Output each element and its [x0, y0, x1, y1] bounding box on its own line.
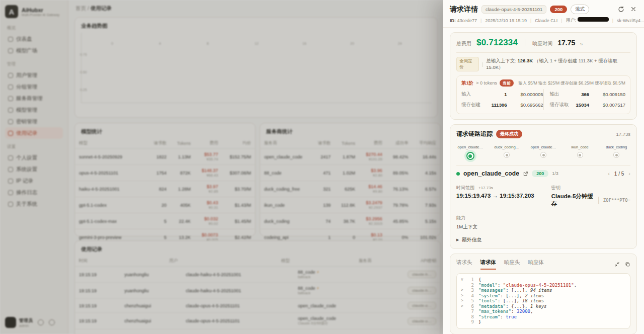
code-line: >4"system": [...], 2 items — [461, 293, 626, 299]
trace-step-label: open_claude… — [458, 145, 483, 149]
final-status-badge: 最终成功 — [496, 130, 522, 138]
model-tag: claude-opus-4-5-20251101 — [481, 5, 546, 14]
external-link-icon[interactable] — [523, 171, 528, 177]
fold-toggle-icon[interactable]: v — [461, 277, 466, 283]
fold-spacer — [461, 319, 466, 325]
tab-item[interactable]: 响应体 — [528, 259, 544, 270]
trace-step-active-icon[interactable] — [466, 152, 474, 160]
trace-step[interactable]: duck_coding… — [493, 145, 521, 160]
code-content: "stream": true — [478, 314, 517, 320]
code-content: "tools": [...], 18 items — [478, 298, 544, 304]
trace-duration: 17.73s — [616, 131, 630, 137]
trace-step[interactable]: ikun_code — [566, 145, 594, 160]
trace-step-idle-icon[interactable] — [613, 152, 619, 158]
fold-toggle-icon[interactable]: > — [461, 304, 466, 309]
code-token: "max_tokens" — [478, 309, 511, 314]
trace-step-idle-icon[interactable] — [540, 152, 546, 158]
tier-range: > 0 tokens — [476, 80, 497, 86]
key-masked-value: Z0F***PT0= — [603, 198, 630, 203]
trace-card: 请求链路追踪 最终成功 17.73s open_claude…duck_codi… — [450, 124, 637, 249]
line-number: 9 — [466, 319, 474, 325]
code-token: 2 items — [525, 293, 544, 298]
time-delta: +17.73s — [478, 186, 493, 190]
time-range-field: 时间范围+17.73s 19:15:19.473 → 19:15:37.203 — [456, 182, 547, 208]
cost-value: $0.712334 — [476, 38, 518, 48]
code-content: } — [478, 319, 481, 325]
client-name: Claude CLI — [535, 18, 557, 23]
tab-active[interactable]: 请求体 — [480, 259, 497, 270]
code-token: : — [500, 314, 506, 319]
fold-spacer — [461, 283, 466, 288]
code-line: 7"max_tokens": 32000, — [461, 309, 626, 314]
fold-toggle-icon[interactable]: > — [461, 288, 466, 293]
line-number: 4 — [466, 293, 474, 299]
trace-step-idle-icon[interactable] — [504, 152, 510, 158]
tier-cell-tokens: 15034 — [576, 102, 590, 108]
close-icon[interactable] — [630, 6, 637, 13]
context-summary: 全局定价 | 总输入上下文: 126.3K （输入 1 + 缓存创建 111.3… — [456, 57, 630, 71]
tier-name: 第1阶 — [461, 80, 473, 87]
extra-info-toggle[interactable]: ▶ 额外信息 — [456, 236, 630, 243]
code-token: : [...], — [500, 293, 525, 298]
code-token: "messages" — [478, 288, 506, 293]
request-id: 43cede77 — [457, 18, 477, 23]
current-step-name: open_claude_code — [463, 170, 519, 177]
code-content: "system": [...], 2 items — [478, 293, 544, 299]
code-content: "model": "claude-opus-4-5-20251101", — [478, 283, 577, 288]
code-line: 9} — [461, 319, 626, 325]
code-line: 2"model": "claude-opus-4-5-20251101", — [461, 283, 626, 288]
code-token: : — [498, 283, 503, 288]
tier-cell-cost: $0.695662 — [507, 102, 543, 108]
code-token: "claude-opus-4-5-20251101" — [503, 283, 574, 288]
code-token: 18 items — [522, 298, 544, 303]
code-line: 8"stream": true — [461, 314, 626, 320]
code-token: : {...}, — [506, 304, 530, 309]
tier-cell: 缓存创建111306$0.695662 — [461, 100, 543, 110]
trace-step[interactable]: open_claude… — [456, 145, 485, 160]
code-line: >3"messages": [...], 94 items — [461, 288, 626, 293]
code-token: "system" — [478, 293, 500, 298]
tier-cell-label: 缓存创建 — [461, 102, 488, 108]
line-number: 6 — [466, 304, 474, 309]
tab-item[interactable]: 请求头 — [456, 259, 472, 270]
time-range-value: 19:15:19.473 → 19:15:37.203 — [456, 193, 547, 199]
code-token: true — [506, 314, 517, 319]
response-time-value: 17.75 — [557, 39, 575, 47]
collapse-icon[interactable] — [614, 262, 620, 267]
line-number: 8 — [466, 314, 474, 320]
code-token: "stream" — [478, 314, 500, 319]
json-viewer[interactable]: v1{ 2"model": "claude-opus-4-5-20251101"… — [456, 273, 630, 329]
pager-prev-icon[interactable]: ‹ — [608, 171, 610, 177]
copy-icon[interactable] — [625, 262, 630, 267]
tier-cell-label: 输出 — [550, 91, 576, 98]
code-token: 1 keys — [530, 304, 547, 309]
trace-step-idle-icon[interactable] — [577, 152, 583, 158]
line-number: 3 — [466, 288, 474, 293]
code-token: : — [511, 309, 517, 314]
fold-toggle-icon[interactable]: > — [461, 293, 466, 299]
redacted-user — [578, 17, 609, 22]
cost-label: 总费用 — [456, 40, 471, 47]
global-pricing-badge: 全局定价 — [456, 57, 479, 71]
refresh-icon[interactable] — [618, 6, 624, 13]
attempt-counter: 1/3 — [552, 171, 558, 176]
code-token: "tools" — [478, 298, 498, 303]
pager-next-icon[interactable]: › — [628, 171, 630, 177]
code-token: : [...], — [498, 298, 522, 303]
tier-cell-cost: $0.000005 — [507, 92, 543, 97]
line-number: 5 — [466, 298, 474, 304]
trace-step[interactable]: open_claude… — [529, 145, 557, 160]
payload-card: 请求头请求体响应头响应体 v1{ 2"model": — [450, 254, 637, 334]
tab-item[interactable]: 响应头 — [504, 259, 520, 270]
tier-cell-tokens: 366 — [576, 92, 590, 97]
trace-step-label: open_claude… — [531, 145, 556, 149]
tier-cell: 缓存读取15034$0.007517 — [544, 100, 626, 110]
fold-toggle-icon[interactable]: > — [461, 298, 466, 304]
tier-cell-tokens: 111306 — [488, 102, 507, 108]
trace-step[interactable]: duck_coding — [602, 145, 630, 160]
tier-cell: 输出366$0.009150 — [544, 89, 626, 100]
request-detail-drawer: 请求详情 claude-opus-4-5-20251101 200 流式 — [443, 0, 644, 334]
code-token: 94 items — [530, 288, 552, 293]
trace-step-label: duck_coding… — [495, 145, 520, 149]
code-content: "max_tokens": 32000, — [478, 309, 533, 314]
